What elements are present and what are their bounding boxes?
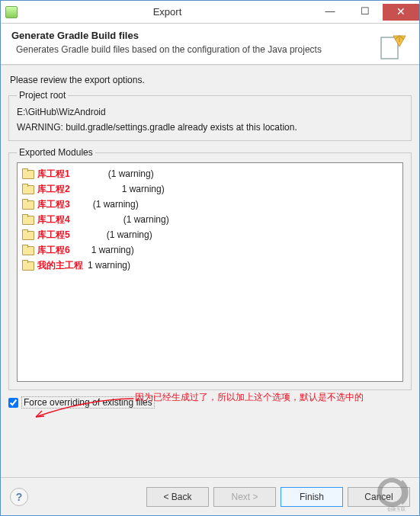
list-item[interactable]: 库工程4(1 warning) xyxy=(22,212,398,227)
export-icon xyxy=(377,31,409,63)
folder-icon xyxy=(22,168,34,179)
redaction-box xyxy=(72,214,123,225)
module-warning: 1 warning) xyxy=(122,184,165,194)
maximize-button[interactable]: ☐ xyxy=(348,4,383,21)
folder-icon xyxy=(22,260,34,271)
redaction-box xyxy=(72,229,107,240)
button-bar: ? < Back Next > Finish Cancel xyxy=(1,477,419,515)
force-override-checkbox[interactable] xyxy=(8,398,18,408)
instruction-text: Please review the export options. xyxy=(10,75,410,85)
module-warning: 1 warning) xyxy=(91,245,134,255)
cancel-button[interactable]: Cancel xyxy=(348,487,410,507)
list-item[interactable]: 库工程5(1 warning) xyxy=(22,227,398,242)
banner-description: Generates Gradle build files based on th… xyxy=(16,44,409,55)
redaction-box xyxy=(72,199,93,210)
header-banner: Generate Gradle Build files Generates Gr… xyxy=(1,24,419,65)
list-item[interactable]: 库工程1(1 warning) xyxy=(22,166,398,181)
content-area: Please review the export options. Projec… xyxy=(1,65,419,492)
folder-icon xyxy=(22,184,34,194)
module-label: 我的主工程 xyxy=(37,259,83,272)
back-button[interactable]: < Back xyxy=(146,487,209,507)
module-warning: (1 warning) xyxy=(107,229,152,240)
module-label: 库工程4 xyxy=(37,213,70,226)
project-root-path: E:\GitHub\WizAndroid xyxy=(17,107,403,117)
banner-heading: Generate Gradle Build files xyxy=(11,30,409,41)
module-label: 库工程6 xyxy=(37,244,70,257)
app-icon xyxy=(5,6,18,18)
help-button[interactable]: ? xyxy=(10,488,28,506)
project-root-warning: WARNING: build.gradle/settings.gradle al… xyxy=(17,122,403,133)
exported-modules-group: Exported Modules 库工程1(1 warning)库工程21 wa… xyxy=(8,147,412,390)
finish-button[interactable]: Finish xyxy=(281,487,343,507)
module-warning: (1 warning) xyxy=(108,168,154,179)
redaction-box xyxy=(72,245,91,255)
module-label: 库工程3 xyxy=(37,198,70,211)
list-item[interactable]: 库工程3(1 warning) xyxy=(22,197,398,212)
list-item[interactable]: 我的主工程1 warning) xyxy=(22,258,398,273)
module-warning: 1 warning) xyxy=(88,260,130,271)
project-root-legend: Project root xyxy=(17,90,68,101)
exported-modules-legend: Exported Modules xyxy=(17,147,95,158)
folder-icon xyxy=(22,199,34,210)
title-bar: Export — ☐ ✕ xyxy=(1,1,419,24)
annotation-arrow-icon xyxy=(33,396,135,419)
redaction-box xyxy=(72,184,122,194)
folder-icon xyxy=(22,245,34,255)
close-button[interactable]: ✕ xyxy=(383,4,419,21)
annotation-text: 因为已经生成过了，所以加上这个选项，默认是不选中的 xyxy=(135,391,364,404)
modules-list[interactable]: 库工程1(1 warning)库工程21 warning)库工程3(1 warn… xyxy=(17,162,403,382)
module-label: 库工程5 xyxy=(37,229,70,242)
folder-icon xyxy=(22,214,34,225)
folder-icon xyxy=(22,229,34,240)
module-label: 库工程2 xyxy=(37,183,70,196)
project-root-group: Project root E:\GitHub\WizAndroid WARNIN… xyxy=(8,90,412,141)
svg-rect-0 xyxy=(381,37,398,59)
redaction-box xyxy=(72,168,108,179)
module-warning: (1 warning) xyxy=(93,199,139,210)
window-title: Export xyxy=(22,6,313,18)
module-label: 库工程1 xyxy=(37,168,70,181)
minimize-button[interactable]: — xyxy=(313,4,348,21)
list-item[interactable]: 库工程61 warning) xyxy=(22,242,398,258)
next-button: Next > xyxy=(213,487,276,507)
module-warning: (1 warning) xyxy=(123,214,169,225)
list-item[interactable]: 库工程21 warning) xyxy=(22,181,398,197)
